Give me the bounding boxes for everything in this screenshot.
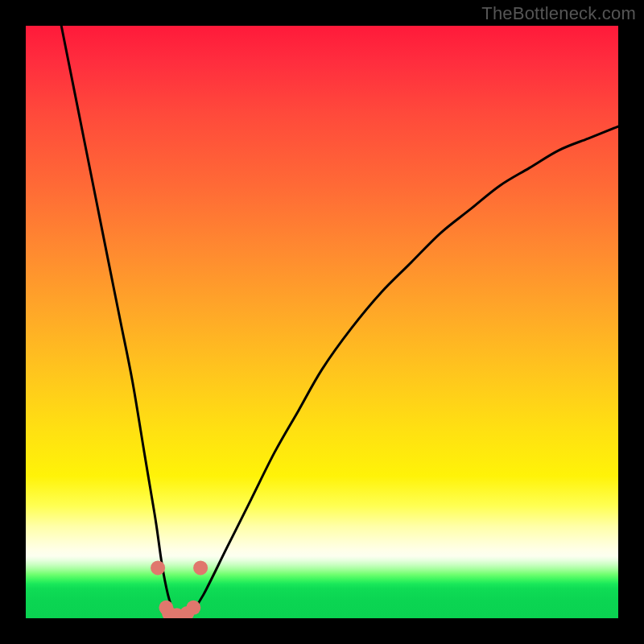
dip-markers <box>151 560 208 618</box>
curve-svg <box>26 26 618 618</box>
dip-marker <box>193 560 208 575</box>
dip-marker <box>151 560 165 575</box>
chart-frame: TheBottleneck.com <box>0 0 644 644</box>
plot-area <box>26 26 618 618</box>
watermark-text: TheBottleneck.com <box>481 3 636 24</box>
dip-marker <box>186 601 200 615</box>
bottleneck-curve-path <box>61 26 618 618</box>
